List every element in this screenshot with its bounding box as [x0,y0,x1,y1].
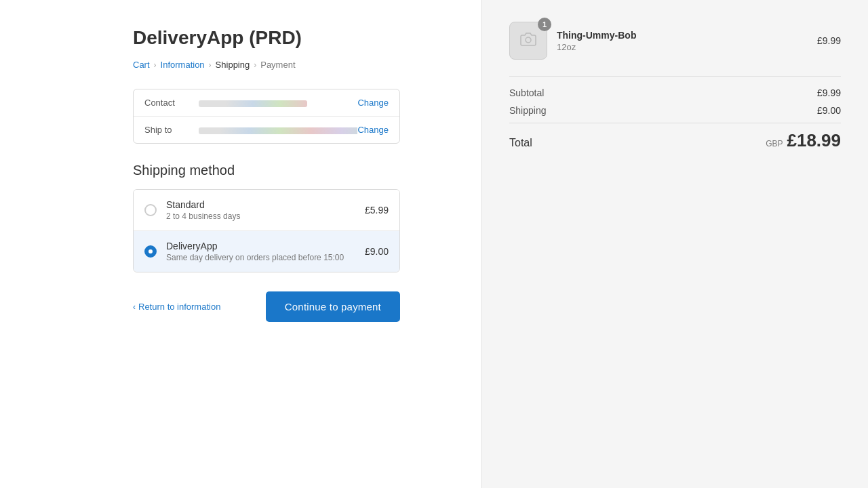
svg-point-0 [526,37,531,43]
item-name: Thing-Ummy-Bob [557,30,808,41]
shipping-method-title: Shipping method [133,163,400,178]
camera-icon [520,31,536,51]
breadcrumb-sep-3: › [254,60,256,70]
breadcrumb-payment: Payment [260,60,295,70]
option-name-standard: Standard [166,199,365,210]
radio-standard[interactable] [144,204,157,216]
item-image-wrap: 1 [509,22,547,60]
cart-item: 1 Thing-Ummy-Bob 12oz £9.99 [509,22,841,60]
ship-to-label: Ship to [144,125,199,135]
subtotal-label: Subtotal [509,87,544,98]
order-summary: Subtotal £9.99 Shipping £9.00 Total GBP … [509,76,841,151]
contact-value [199,98,357,108]
footer-actions: ‹ Return to information Continue to paym… [133,291,400,322]
right-panel: 1 Thing-Ummy-Bob 12oz £9.99 Subtotal £9.… [481,0,868,488]
contact-row: Contact Change [134,89,399,117]
shipping-row: Shipping £9.00 [509,105,841,116]
total-amount: £18.99 [787,130,841,151]
contact-change-link[interactable]: Change [357,98,389,108]
contact-info-table: Contact Change Ship to Change [133,89,400,144]
shipping-value: £9.00 [817,105,841,116]
contact-blurred [199,100,307,107]
breadcrumb-cart[interactable]: Cart [133,60,150,70]
option-price-deliveryapp: £9.00 [365,246,389,257]
ship-to-blurred [199,127,357,134]
total-currency: GBP [766,139,783,148]
ship-to-value [199,125,357,135]
total-value-wrap: GBP £18.99 [766,130,841,151]
breadcrumb-shipping: Shipping [216,60,250,70]
radio-deliveryapp[interactable] [144,245,157,258]
option-details-deliveryapp: DeliveryApp Same day delivery on orders … [166,241,365,262]
breadcrumb-sep-2: › [209,60,212,70]
breadcrumb: Cart › Information › Shipping › Payment [133,60,400,70]
option-desc-standard: 2 to 4 business days [166,211,365,221]
shipping-options-list: Standard 2 to 4 business days £5.99 Deli… [133,189,400,272]
item-info: Thing-Ummy-Bob 12oz [557,30,808,52]
option-desc-deliveryapp: Same day delivery on orders placed befor… [166,253,365,262]
item-price: £9.99 [817,35,841,46]
option-price-standard: £5.99 [365,205,389,216]
total-label: Total [509,137,532,149]
subtotal-value: £9.99 [817,87,841,98]
breadcrumb-sep-1: › [154,60,157,70]
shipping-label: Shipping [509,105,547,116]
app-title: DeliveryApp (PRD) [133,27,400,49]
option-details-standard: Standard 2 to 4 business days [166,199,365,221]
total-row: Total GBP £18.99 [509,123,841,151]
shipping-option-deliveryapp[interactable]: DeliveryApp Same day delivery on orders … [134,231,399,272]
ship-to-change-link[interactable]: Change [357,125,389,135]
left-panel: DeliveryApp (PRD) Cart › Information › S… [0,0,481,488]
ship-to-row: Ship to Change [134,117,399,143]
return-link-label: Return to information [138,302,220,312]
subtotal-row: Subtotal £9.99 [509,87,841,98]
chevron-left-icon: ‹ [133,302,136,312]
breadcrumb-information[interactable]: Information [161,60,205,70]
continue-to-payment-button[interactable]: Continue to payment [266,291,400,322]
contact-label: Contact [144,98,199,108]
item-quantity-badge: 1 [538,18,551,31]
item-variant: 12oz [557,42,808,52]
return-to-information-link[interactable]: ‹ Return to information [133,302,220,312]
shipping-option-standard[interactable]: Standard 2 to 4 business days £5.99 [134,190,399,231]
option-name-deliveryapp: DeliveryApp [166,241,365,251]
